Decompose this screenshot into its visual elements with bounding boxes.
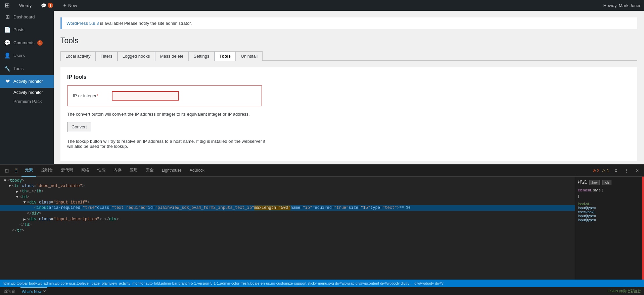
convert-button[interactable]: Convert [67,122,91,132]
bottom-tab-console[interactable]: 控制台 [3,287,16,295]
expand-arrow-tbody[interactable]: ▼ [3,178,7,183]
devtools-inspect-icon[interactable]: ⬚ [3,167,11,175]
devtools-statusbar: html.wp-toolbar body.wp-admin.wp-core-ui… [0,280,644,287]
devtools-tab-adblock[interactable]: AdBlock [186,165,208,177]
sidebar-submenu-activity-monitor[interactable]: Activity monitor [0,88,54,97]
devtools-tab-network[interactable]: 网络 [78,165,93,177]
expand-arrow-tr[interactable]: ▼ [7,184,12,188]
html-line-th[interactable]: ▶ <th>…</th> [0,189,575,194]
comment-icon: 💬 [41,3,46,8]
adminbar-new[interactable]: ＋ New [60,0,79,11]
tab-filters[interactable]: Filters [95,51,117,61]
devtools-close-icon[interactable]: ✕ [633,167,641,175]
html-line-div-close[interactable]: ▶ </div> [0,211,575,217]
comments-badge: 1 [37,40,43,46]
sidebar-item-dashboard[interactable]: ⊞ Dashboard [0,11,54,23]
admin-bar: ⊞ Wordy 💬 1 ＋ New Howdy, Mark Jones [0,0,644,11]
close-whats-new-tab[interactable]: ✕ [43,289,46,294]
expand-arrow-input-desc[interactable]: ▶ [22,217,27,222]
html-line-tbody[interactable]: ▼ <tbody> [0,178,575,183]
devtools-more-icon[interactable]: ⋮ [623,167,631,175]
html-line-input[interactable]: ▶ <input aria-required="true" class="tex… [0,205,575,211]
adminbar-site-name[interactable]: Wordy [17,0,34,11]
tab-settings[interactable]: Settings [189,51,215,61]
devtools-settings-icon[interactable]: ⚙ [612,167,620,175]
posts-icon: 📄 [4,26,11,34]
bottom-console-label: 控制台 [4,289,15,294]
ip-tools-form: IP or integer* [67,85,262,106]
html-line-tr-close[interactable]: ▶ </tr> [0,228,575,234]
expand-arrow-td[interactable]: ▼ [15,195,19,199]
sidebar-item-posts[interactable]: 📄 Posts [0,23,54,36]
devtools-panel: ⬚ 📱 元素 控制台 源代码 网络 性能 内存 应用 安全 Lighthouse [0,164,644,295]
devtools-warning-badge: ⚠ 1 [602,168,609,173]
submenu-activity-monitor-label: Activity monitor [13,90,43,95]
bottom-whats-new-label: What's New [22,290,41,294]
wordpress-version-link[interactable]: WordPress 5.9.3 [66,21,99,26]
wp-content-area: WordPress 5.9.3 is available! Please not… [60,17,637,161]
devtools-body: ▼ <tbody> ▼ <tr class="does_not_validate… [0,177,644,280]
adminbar-comments[interactable]: 💬 1 [39,0,55,11]
expand-arrow-th[interactable]: ▶ [15,189,19,194]
devtools-tab-application-label: 应用 [130,167,138,173]
devtools-error-badge: ⊗ 2 [593,168,599,173]
devtools-tab-performance[interactable]: 性能 [94,165,109,177]
devtools-breadcrumb: html.wp-toolbar body.wp-admin.wp-core-ui… [3,281,444,285]
html-line-td[interactable]: ▼ <td> [0,194,575,200]
devtools-tab-lighthouse-label: Lighthouse [162,168,182,173]
tab-mass-delete[interactable]: Mass delete [155,51,189,61]
tab-uninstall[interactable]: Uninstall [236,51,263,61]
devtools-tab-console[interactable]: 控制台 [38,165,56,177]
required-star: * [97,93,98,98]
hov-button[interactable]: :hov [589,180,600,185]
no-expand-tr: ▶ [7,228,12,233]
ip-integer-input[interactable] [112,91,179,101]
style-input-type-other: input[type= [578,218,639,222]
tab-logged-hooks[interactable]: Logged hooks [118,51,155,61]
ip-field-label-text: IP or integer [73,93,97,98]
devtools-tab-security[interactable]: 安全 [142,165,157,177]
devtools-device-icon[interactable]: 📱 [12,167,20,175]
devtools-tab-elements-label: 元素 [25,167,33,173]
comment-count-badge: 1 [48,3,53,8]
devtools-html-panel[interactable]: ▼ <tbody> ▼ <tr class="does_not_validate… [0,177,575,280]
sidebar-tools-label: Tools [13,66,24,72]
update-notice: WordPress 5.9.3 is available! Please not… [60,17,637,29]
sidebar-submenu-premium-pack[interactable]: Premium Pack [0,97,54,106]
cls-button[interactable]: .cls [602,180,611,185]
notice-text: is available! Please notify the site adm… [99,21,192,26]
sidebar-item-users[interactable]: 👤 Users [0,49,54,62]
style-input-checkbox-2: checkbox], [578,210,639,214]
sidebar-dashboard-label: Dashboard [13,14,35,20]
devtools-tab-memory[interactable]: 内存 [110,165,125,177]
adminbar-wp-logo[interactable]: ⊞ [3,0,12,11]
style-input-checkbox-3: input[type= [578,214,639,218]
html-line-tr[interactable]: ▼ <tr class="does_not_validate" > [0,183,575,189]
html-line-input-description[interactable]: ▶ <div class="input_description" >…</div… [0,217,575,222]
bottom-tab-whats-new[interactable]: What's New ✕ [20,287,47,295]
devtools-tab-sources[interactable]: 源代码 [58,165,77,177]
tab-tools[interactable]: Tools [215,51,236,61]
sidebar-item-tools[interactable]: 🔧 Tools [0,62,54,75]
devtools-tab-performance-label: 性能 [97,167,105,173]
sidebar-item-comments[interactable]: 💬 Comments 1 [0,37,54,49]
style-additional-rules: load-st... input[type= checkbox], input[… [578,202,639,222]
sidebar-activity-monitor-label: Activity monitor [13,78,43,84]
style-panel-header: 样式 [578,179,587,185]
tab-local-activity[interactable]: Local activity [60,51,95,61]
users-icon: 👤 [4,52,11,59]
new-label: New [68,3,77,8]
devtools-tab-elements[interactable]: 元素 [21,165,36,177]
devtools-tab-lighthouse[interactable]: Lighthouse [158,165,185,177]
html-line-td-close[interactable]: ▶ </td> [0,222,575,228]
activity-monitor-icon: ❤ [4,78,11,85]
expand-arrow-div[interactable]: ▼ [22,200,27,205]
resize-handle[interactable] [642,177,644,280]
sidebar-posts-label: Posts [13,27,25,33]
html-line-div-input-itself[interactable]: ▼ <div class="input_itself" > [0,200,575,205]
no-expand-td: ▶ [15,223,19,228]
comments-icon: 💬 [4,39,11,47]
devtools-tab-application[interactable]: 应用 [126,165,141,177]
sidebar-item-activity-monitor[interactable]: ❤ Activity monitor [0,75,54,88]
devtools-toolbar: ⬚ 📱 元素 控制台 源代码 网络 性能 内存 应用 安全 Lighthouse [0,165,644,177]
